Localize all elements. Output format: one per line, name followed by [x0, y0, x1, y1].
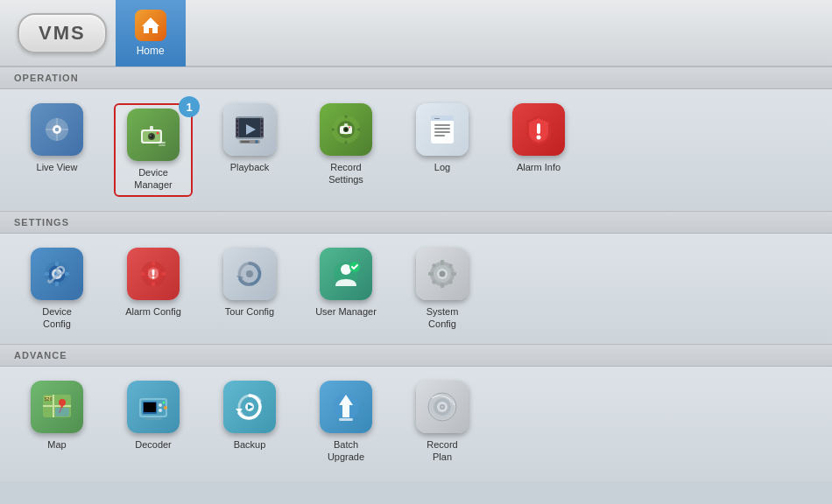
topbar: VMS Home: [0, 0, 832, 66]
playback-icon: [223, 103, 276, 156]
svg-point-91: [59, 399, 66, 406]
svg-rect-53: [55, 282, 59, 286]
section-label-settings: SETTINGS: [0, 211, 832, 234]
advance-items: $20 Map: [0, 367, 832, 481]
svg-rect-101: [145, 417, 162, 420]
svg-rect-76: [441, 283, 444, 288]
svg-point-70: [246, 270, 253, 277]
app-icon-log[interactable]: Log: [403, 103, 482, 173]
svg-rect-21: [236, 129, 238, 131]
svg-point-114: [441, 406, 444, 409]
record-settings-label: RecordSettings: [328, 161, 363, 186]
app-icon-record-settings[interactable]: RecordSettings: [307, 103, 385, 186]
home-icon: [135, 10, 166, 41]
alarm-config-label: Alarm Config: [125, 305, 181, 318]
svg-rect-54: [45, 272, 49, 276]
svg-rect-27: [261, 133, 263, 136]
svg-rect-42: [431, 116, 454, 121]
home-tab[interactable]: Home: [116, 0, 186, 66]
backup-label: Backup: [234, 438, 266, 451]
svg-rect-25: [261, 124, 263, 127]
alarm-info-icon: [512, 103, 565, 156]
svg-point-99: [164, 406, 167, 410]
app-icon-decoder[interactable]: Decoder: [114, 381, 193, 451]
svg-rect-47: [434, 118, 440, 119]
svg-rect-38: [344, 123, 348, 127]
app-icon-live-view[interactable]: Live View: [18, 103, 96, 173]
svg-rect-20: [236, 124, 238, 127]
svg-rect-108: [339, 418, 353, 421]
svg-rect-15: [159, 144, 166, 146]
app-icon-device-manager[interactable]: 1 DeviceManager: [114, 103, 193, 197]
log-icon: [416, 103, 469, 156]
map-label: Map: [47, 438, 66, 451]
svg-point-13: [157, 132, 159, 135]
svg-point-100: [163, 402, 166, 404]
svg-point-11: [150, 135, 152, 136]
device-config-icon: [31, 248, 83, 300]
alarm-config-icon: [127, 248, 180, 300]
svg-rect-67: [152, 270, 155, 276]
section-label-advance: ADVANCE: [0, 344, 832, 367]
svg-rect-45: [434, 131, 450, 133]
playback-label: Playback: [230, 161, 270, 173]
app-icon-batch-upgrade[interactable]: BatchUpgrade: [307, 381, 385, 464]
tour-config-label: Tour Config: [225, 305, 274, 318]
home-tab-label: Home: [137, 45, 165, 57]
svg-marker-0: [142, 18, 159, 33]
app-icon-user-manager[interactable]: User Manager: [307, 248, 385, 318]
svg-point-97: [159, 403, 162, 407]
svg-rect-24: [261, 120, 263, 122]
record-plan-icon: [416, 381, 469, 433]
app-icon-system-config[interactable]: SystemConfig: [403, 248, 482, 331]
operation-items: Live View 1 DeviceManager: [0, 89, 832, 211]
log-label: Log: [434, 161, 450, 173]
settings-items: DeviceConfig Alarm Config: [0, 234, 832, 345]
app-icon-record-plan[interactable]: RecordPlan: [403, 381, 482, 464]
device-manager-icon: [127, 108, 180, 161]
system-config-icon: [416, 248, 469, 300]
batch-upgrade-icon: [320, 381, 372, 433]
section-label-operation: OPERATION: [0, 66, 832, 89]
record-plan-label: RecordPlan: [427, 438, 457, 464]
svg-rect-75: [441, 260, 444, 265]
svg-text:$20: $20: [45, 396, 53, 402]
svg-rect-78: [451, 272, 456, 276]
system-config-label: SystemConfig: [427, 305, 459, 331]
svg-point-68: [152, 276, 155, 278]
app-icon-alarm-info[interactable]: Alarm Info: [499, 103, 578, 173]
svg-point-85: [440, 270, 446, 276]
svg-rect-46: [434, 135, 445, 136]
device-config-label: DeviceConfig: [42, 305, 72, 331]
svg-rect-19: [236, 120, 238, 122]
live-view-icon: [31, 103, 83, 156]
app-icon-device-config[interactable]: DeviceConfig: [18, 248, 96, 331]
live-view-label: Live View: [37, 161, 78, 173]
app-icon-map[interactable]: $20 Map: [18, 381, 96, 451]
svg-point-39: [349, 127, 350, 129]
svg-rect-48: [537, 123, 540, 134]
svg-rect-77: [428, 272, 434, 276]
svg-rect-30: [241, 141, 250, 143]
map-icon: $20: [31, 381, 83, 433]
svg-rect-22: [236, 133, 238, 136]
app-icon-alarm-config[interactable]: Alarm Config: [114, 248, 193, 318]
app-icon-playback[interactable]: Playback: [210, 103, 289, 173]
alarm-info-label: Alarm Info: [517, 161, 561, 173]
decoder-label: Decoder: [135, 438, 172, 451]
svg-rect-12: [150, 126, 153, 130]
device-manager-badge: 1: [179, 96, 200, 117]
svg-point-98: [159, 409, 162, 412]
decoder-icon: [127, 381, 180, 433]
tour-config-icon: [223, 248, 276, 300]
backup-icon: [223, 381, 276, 433]
svg-rect-92: [55, 408, 69, 416]
svg-point-10: [150, 135, 154, 139]
app-icon-backup[interactable]: Backup: [210, 381, 289, 451]
batch-upgrade-label: BatchUpgrade: [328, 438, 364, 464]
svg-rect-44: [434, 128, 450, 130]
app-icon-tour-config[interactable]: Tour Config: [210, 248, 289, 318]
vms-logo: VMS: [18, 13, 107, 53]
svg-point-37: [345, 129, 348, 131]
svg-rect-52: [55, 262, 59, 266]
